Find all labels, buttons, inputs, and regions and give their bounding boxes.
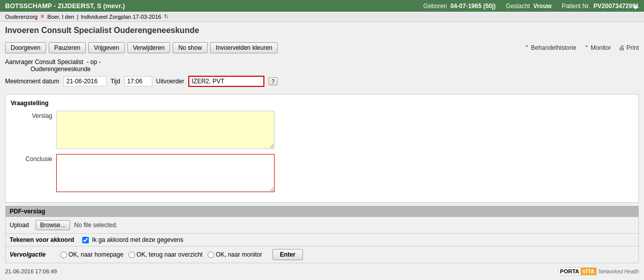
enter-button[interactable]: Enter xyxy=(273,249,303,260)
tijd-input[interactable] xyxy=(124,76,152,86)
aanvrager-label: Aanvrager Consult Specialist - op - xyxy=(5,58,101,66)
radio-monitor-input[interactable] xyxy=(208,252,214,258)
footer-timestamp: 21-06-2016 17:06:49 xyxy=(5,268,57,274)
upload-label: Upload xyxy=(10,222,29,229)
doorgeven-button[interactable]: Doorgeven xyxy=(5,42,46,53)
radio-homepage-input[interactable] xyxy=(60,252,67,258)
toolbar-right: ⌃ Behandelhistorie ⌃ Monitor 🖨 Print xyxy=(524,44,639,51)
logo-porta: PORTA xyxy=(559,268,581,275)
meetmoment-label: Meetmoment datum xyxy=(5,78,59,85)
refresh-icon[interactable]: ↻ xyxy=(164,13,168,20)
close-icon[interactable]: ✕ xyxy=(40,13,45,20)
verslag-label: Verslag xyxy=(11,111,56,119)
care-label: Ouderenzorg xyxy=(5,14,38,20)
aanvrager-sub-text: Ouderengeneeskunde xyxy=(30,66,91,73)
sub-header: Ouderenzorg ✕ Boer, I den | Individueel … xyxy=(0,12,644,22)
conclusie-label: Conclusie xyxy=(11,154,56,163)
portavita-logo: PORTA VITA Networked Health xyxy=(558,267,639,275)
header-bar: BOTSSCHAMP - ZIJDEERST, S (mevr.) Gebore… xyxy=(0,0,644,12)
no-show-button[interactable]: No show xyxy=(173,42,208,53)
vrijgeven-button[interactable]: Vrijgeven xyxy=(88,42,125,53)
behandelhistorie-label: Behandelhistorie xyxy=(531,44,576,51)
radio-overzicht: OK, terug naar overzicht xyxy=(128,251,202,258)
uitvoerder-label: Uitvoerder xyxy=(156,78,184,85)
print-link[interactable]: 🖨 Print xyxy=(619,44,639,51)
verslag-row: Verslag xyxy=(11,111,633,149)
separator: | xyxy=(77,14,78,20)
born-value: 04-07-1965 (50j) xyxy=(450,3,495,10)
akkoord-checkbox[interactable] xyxy=(82,237,89,243)
logo-subtitle: Networked Health xyxy=(599,269,639,274)
monitor-label: Monitor xyxy=(591,44,611,51)
born-label: Geboren 04-07-1965 (50j) xyxy=(423,3,496,10)
radio-homepage: OK, naar homepage xyxy=(60,251,123,258)
footer: 21-06-2016 17:06:49 PORTA VITA Networked… xyxy=(0,265,644,277)
vraagstelling-title: Vraagstelling xyxy=(11,100,633,107)
patient-nr-label: Patient Nr. PV20073472991 xyxy=(562,3,639,10)
radio-monitor: OK, naar monitor xyxy=(208,251,262,258)
conclusie-row: Conclusie xyxy=(11,154,633,192)
logo-vita: VITA xyxy=(581,268,596,275)
radio-monitor-label: OK, naar monitor xyxy=(216,251,262,258)
form-card: Vraagstelling Verslag Conclusie xyxy=(5,94,639,203)
pdf-section: PDF-verslag Upload Browse... No file sel… xyxy=(5,206,639,234)
monitor-link[interactable]: ⌃ Monitor xyxy=(584,44,611,51)
gender-value: Vrouw xyxy=(533,3,552,10)
radio-homepage-label: OK, naar homepage xyxy=(69,251,123,258)
behandelhistorie-link[interactable]: ⌃ Behandelhistorie xyxy=(524,44,577,51)
monitor-arrow-icon: ⌃ xyxy=(584,44,589,51)
toolbar-wrapper: Doorgeven Pauzeren Vrijgeven Verwijderen… xyxy=(0,40,644,55)
tijd-label: Tijd xyxy=(111,78,120,85)
patient-name: BOTSSCHAMP - ZIJDEERST, S (mevr.) xyxy=(5,2,125,10)
vervolgactie-section: Vervolgactie OK, naar homepage OK, terug… xyxy=(5,246,639,263)
up-arrow-icon: ⌃ xyxy=(524,44,529,51)
aanvrager-sub-row: Ouderengeneeskunde xyxy=(30,66,639,73)
vervolgactie-label: Vervolgactie xyxy=(10,251,55,258)
browse-button[interactable]: Browse... xyxy=(36,220,70,230)
boer-text: Boer, I den xyxy=(47,14,74,20)
akkoord-text: Ik ga akkoord met deze gegevens xyxy=(92,236,183,243)
pdf-title: PDF-verslag xyxy=(10,208,45,215)
akkoord-section: Tekenen voor akkoord Ik ga akkoord met d… xyxy=(5,234,639,246)
uitvoerder-input[interactable] xyxy=(188,76,264,87)
verwijderen-button[interactable]: Verwijderen xyxy=(127,42,171,53)
invoervelden-kleuren-button[interactable]: Invoervelden kleuren xyxy=(210,42,278,53)
zorgplan-text: Individueel Zorgplan 17-03-2016 xyxy=(81,14,161,20)
no-file-text: No file selected. xyxy=(74,222,117,229)
form-section: Aanvrager Consult Specialist - op - Oude… xyxy=(0,55,644,94)
gender-label: Geslacht Vrouw xyxy=(506,3,552,10)
upload-row: Upload Browse... No file selected. xyxy=(10,220,634,230)
print-label: Print xyxy=(626,44,639,51)
toolbar: Doorgeven Pauzeren Vrijgeven Verwijderen… xyxy=(0,40,283,55)
patient-info: Geboren 04-07-1965 (50j) Geslacht Vrouw … xyxy=(423,3,639,10)
aanvrager-row: Aanvrager Consult Specialist - op - xyxy=(5,58,639,66)
radio-overzicht-label: OK, terug naar overzicht xyxy=(137,251,202,258)
conclusie-textarea[interactable] xyxy=(56,154,275,192)
logo-box: PORTA VITA xyxy=(558,267,597,275)
page-title: Invoeren Consult Specialist Ouderengenee… xyxy=(5,26,639,35)
collapse-icon[interactable]: ▼ xyxy=(632,3,639,11)
verslag-textarea[interactable] xyxy=(56,111,275,149)
help-button[interactable]: ? xyxy=(268,77,278,85)
pdf-section-body: Upload Browse... No file selected. xyxy=(6,217,638,233)
meetmoment-date-input[interactable] xyxy=(63,76,107,86)
akkoord-label: Tekenen voor akkoord xyxy=(10,236,74,243)
pauzeren-button[interactable]: Pauzeren xyxy=(49,42,86,53)
pdf-section-header: PDF-verslag xyxy=(6,206,638,217)
print-icon: 🖨 xyxy=(619,44,625,51)
meetmoment-row: Meetmoment datum Tijd Uitvoerder ? xyxy=(5,76,639,87)
radio-overzicht-input[interactable] xyxy=(128,252,135,258)
page-title-area: Invoeren Consult Specialist Ouderengenee… xyxy=(0,22,644,40)
